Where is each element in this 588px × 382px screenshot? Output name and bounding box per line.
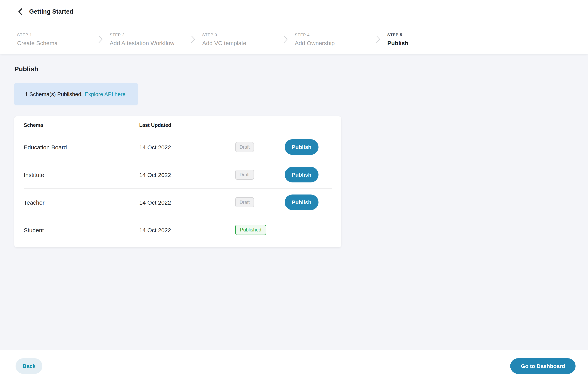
- section-title: Publish: [14, 65, 574, 73]
- schema-name: Institute: [24, 171, 139, 178]
- schema-name: Teacher: [24, 199, 139, 206]
- last-updated: 14 Oct 2022: [139, 171, 235, 178]
- banner-message: 1 Schema(s) Published.: [25, 91, 83, 97]
- column-header-last-updated: Last Updated: [139, 122, 235, 128]
- publish-button[interactable]: Publish: [285, 167, 318, 182]
- status-badge: Draft: [235, 170, 254, 180]
- app-window: Getting Started STEP 1 Create Schema STE…: [0, 0, 588, 382]
- step-title: Add VC template: [202, 40, 295, 46]
- step-title: Add Attestation Workflow: [110, 40, 202, 46]
- step-label: STEP 4: [295, 33, 387, 37]
- page-title: Getting Started: [29, 8, 73, 15]
- step-label: STEP 5: [387, 33, 408, 37]
- chevron-right-icon: [191, 35, 195, 43]
- publish-button[interactable]: Publish: [285, 194, 318, 210]
- step-title: Create Schema: [17, 40, 110, 46]
- chevron-right-icon: [284, 35, 288, 43]
- table-row: Student 14 Oct 2022 Published: [24, 216, 332, 244]
- table-row: Teacher 14 Oct 2022 Draft Publish: [24, 188, 332, 216]
- last-updated: 14 Oct 2022: [139, 227, 235, 233]
- content-area: Publish 1 Schema(s) Published. Explore A…: [0, 54, 588, 350]
- status-badge: Published: [235, 225, 266, 235]
- schema-table-card: Schema Last Updated Education Board 14 O…: [14, 116, 341, 247]
- top-bar: Getting Started: [0, 0, 588, 23]
- stepper-step[interactable]: STEP 5 Publish: [387, 23, 408, 54]
- table-header-row: Schema Last Updated: [24, 116, 332, 133]
- step-label: STEP 2: [110, 33, 202, 37]
- step-title: Add Ownership: [295, 40, 387, 46]
- status-badge: Draft: [235, 142, 254, 152]
- last-updated: 14 Oct 2022: [139, 199, 235, 206]
- table-row: Institute 14 Oct 2022 Draft Publish: [24, 161, 332, 188]
- stepper-step[interactable]: STEP 3 Add VC template: [202, 23, 295, 54]
- table-body: Education Board 14 Oct 2022 Draft Publis…: [24, 133, 332, 244]
- step-label: STEP 3: [202, 33, 295, 37]
- step-title: Publish: [387, 40, 408, 46]
- info-banner: 1 Schema(s) Published. Explore API here: [14, 83, 138, 106]
- table-row: Education Board 14 Oct 2022 Draft Publis…: [24, 133, 332, 161]
- explore-api-link[interactable]: Explore API here: [84, 91, 126, 97]
- stepper-step[interactable]: STEP 2 Add Attestation Workflow: [110, 23, 202, 54]
- chevron-right-icon: [98, 35, 103, 43]
- last-updated: 14 Oct 2022: [139, 144, 235, 150]
- publish-button[interactable]: Publish: [285, 139, 318, 155]
- stepper-step[interactable]: STEP 4 Add Ownership: [295, 23, 387, 54]
- column-header-schema: Schema: [24, 122, 139, 128]
- stepper-step[interactable]: STEP 1 Create Schema: [17, 23, 110, 54]
- status-badge: Draft: [235, 197, 254, 207]
- back-button[interactable]: Back: [16, 358, 42, 374]
- go-to-dashboard-button[interactable]: Go to Dashboard: [510, 358, 576, 374]
- footer-bar: Back Go to Dashboard: [0, 350, 588, 382]
- step-label: STEP 1: [17, 33, 110, 37]
- chevron-right-icon: [376, 35, 380, 43]
- back-arrow-icon[interactable]: [18, 8, 22, 15]
- schema-name: Student: [24, 227, 139, 233]
- schema-name: Education Board: [24, 144, 139, 150]
- stepper: STEP 1 Create Schema STEP 2 Add Attestat…: [0, 23, 588, 54]
